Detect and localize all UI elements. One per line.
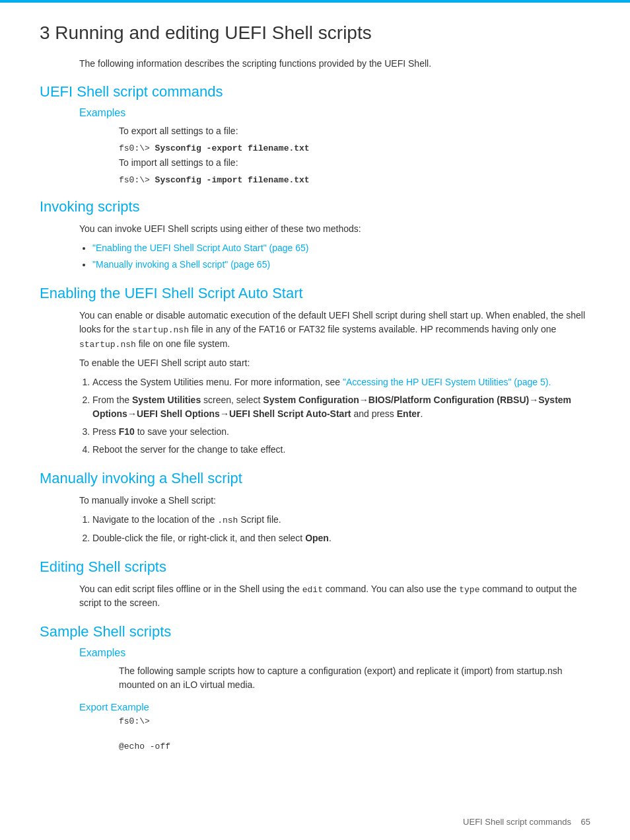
- section-title-editing-shell-scripts: Editing Shell scripts: [40, 558, 590, 576]
- link-enabling-auto-start[interactable]: "Enabling the UEFI Shell Script Auto Sta…: [92, 243, 308, 253]
- subsection-export-example: Export Example fs0:\> @echo -off: [79, 701, 590, 751]
- section-title-sample-shell-scripts: Sample Shell scripts: [40, 623, 590, 640]
- editing-body: You can edit script files offline or in …: [79, 582, 590, 611]
- invoking-scripts-body: You can invoke UEFI Shell scripts using …: [79, 222, 590, 236]
- footer: UEFI Shell script commands 65: [463, 817, 590, 827]
- footer-section-label: UEFI Shell script commands: [463, 817, 571, 827]
- section-manually-invoking: Manually invoking a Shell script To manu…: [40, 470, 590, 545]
- intro-text: The following information describes the …: [79, 58, 590, 69]
- export-example-code-1: fs0:\>: [119, 716, 590, 726]
- step-1: Access the System Utilities menu. For mo…: [92, 375, 590, 389]
- enabling-body: You can enable or disable automatic exec…: [79, 309, 590, 351]
- manually-invoking-body: To manually invoke a Shell script:: [79, 494, 590, 508]
- step-3: Press F10 to save your selection.: [92, 425, 590, 439]
- subsection-examples-1: Examples To export all settings to a fil…: [79, 107, 590, 185]
- enabling-steps: Access the System Utilities menu. For mo…: [92, 375, 590, 457]
- section-uefi-shell-commands: UEFI Shell script commands Examples To e…: [40, 83, 590, 185]
- link-accessing-utilities[interactable]: "Accessing the HP UEFI System Utilities"…: [343, 377, 551, 387]
- section-invoking-scripts: Invoking scripts You can invoke UEFI She…: [40, 198, 590, 272]
- export-label: To export all settings to a file:: [119, 124, 590, 138]
- section-title-enabling-uefi-shell: Enabling the UEFI Shell Script Auto Star…: [40, 285, 590, 302]
- export-command: fs0:\> Sysconfig -export filename.txt: [119, 143, 590, 153]
- manually-invoking-steps: Navigate to the location of the .nsh Scr…: [92, 513, 590, 545]
- link-manually-invoking[interactable]: "Manually invoking a Shell script" (page…: [92, 259, 270, 270]
- sample-examples-body: The following sample scripts how to capt…: [119, 664, 590, 692]
- import-label: To import all settings to a file:: [119, 156, 590, 170]
- section-enabling-uefi-shell: Enabling the UEFI Shell Script Auto Star…: [40, 285, 590, 457]
- manual-step-2: Double-click the file, or right-click it…: [92, 531, 590, 545]
- subsection-title-export-example: Export Example: [79, 701, 590, 712]
- chapter-title: 3 Running and editing UEFI Shell scripts: [40, 22, 590, 46]
- section-title-invoking-scripts: Invoking scripts: [40, 198, 590, 215]
- page-content: 3 Running and editing UEFI Shell scripts…: [0, 3, 630, 804]
- section-editing-shell-scripts: Editing Shell scripts You can edit scrip…: [40, 558, 590, 611]
- step-4: Reboot the server for the change to take…: [92, 443, 590, 457]
- export-example-code-2: @echo -off: [119, 742, 590, 751]
- step-2: From the System Utilities screen, select…: [92, 393, 590, 421]
- section-sample-shell-scripts: Sample Shell scripts Examples The follow…: [40, 623, 590, 751]
- manual-step-1: Navigate to the location of the .nsh Scr…: [92, 513, 590, 527]
- enabling-body2: To enable the UEFI Shell script auto sta…: [79, 356, 590, 370]
- import-command: fs0:\> Sysconfig -import filename.txt: [119, 175, 590, 185]
- export-example-code-blank: [119, 729, 590, 739]
- section-title-manually-invoking: Manually invoking a Shell script: [40, 470, 590, 487]
- bullet-enabling-auto-start: "Enabling the UEFI Shell Script Auto Sta…: [92, 241, 590, 255]
- footer-page-number: 65: [581, 817, 590, 827]
- subsection-examples-2: Examples The following sample scripts ho…: [79, 647, 590, 692]
- invoking-scripts-bullets: "Enabling the UEFI Shell Script Auto Sta…: [92, 241, 590, 272]
- subsection-title-examples-2: Examples: [79, 647, 590, 659]
- section-title-uefi-shell-commands: UEFI Shell script commands: [40, 83, 590, 100]
- bullet-manually-invoking: "Manually invoking a Shell script" (page…: [92, 258, 590, 272]
- subsection-title-examples-1: Examples: [79, 107, 590, 119]
